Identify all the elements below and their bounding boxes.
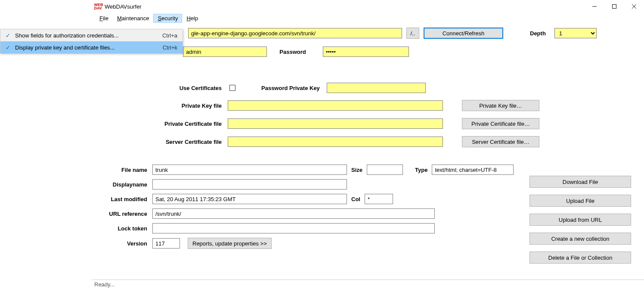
- check-icon: ✓: [0, 44, 15, 51]
- displayname-label: Displayname: [99, 181, 152, 188]
- password-private-key-input[interactable]: [327, 83, 426, 93]
- delete-file-button[interactable]: Delete a File or Collection: [529, 252, 631, 264]
- displayname-input[interactable]: [152, 179, 347, 190]
- type-input[interactable]: [432, 165, 514, 175]
- password-label: Password: [273, 49, 313, 55]
- status-text: Ready...: [94, 281, 115, 288]
- reports-button[interactable]: Reports, update properties >>: [188, 238, 272, 249]
- menu-security[interactable]: Security: [153, 14, 182, 23]
- last-modified-label: Last modified: [99, 196, 152, 202]
- depth-label: Depth: [530, 30, 550, 37]
- private-key-file-input[interactable]: [228, 100, 443, 111]
- server-certificate-file-input[interactable]: [228, 137, 443, 147]
- private-certificate-file-button[interactable]: Private Certificate file…: [462, 118, 539, 129]
- url-reference-input[interactable]: [152, 208, 435, 219]
- server-certificate-file-label: Server Certificate file: [99, 139, 228, 145]
- use-certificates-label: Use Certificates: [99, 85, 228, 91]
- depth-select[interactable]: 1: [554, 28, 597, 38]
- close-button[interactable]: [624, 0, 644, 13]
- svg-rect-1: [613, 5, 616, 9]
- server-certificate-file-button[interactable]: Server Certificate file…: [462, 136, 539, 147]
- private-key-file-button[interactable]: Private Key file…: [462, 100, 539, 111]
- menu-bar: File Maintenance Security Help: [92, 13, 644, 23]
- file-name-label: File name: [99, 167, 152, 173]
- lock-token-label: Lock token: [99, 225, 152, 232]
- window-title: WebDAVsurfer: [105, 3, 142, 10]
- connect-refresh-button[interactable]: Connect/Refresh: [424, 28, 503, 39]
- last-modified-input[interactable]: [152, 194, 347, 204]
- password-private-key-label: Password Private Key: [261, 85, 320, 91]
- file-name-input[interactable]: [152, 165, 347, 175]
- url-reference-label: URL reference: [99, 211, 152, 217]
- create-collection-button[interactable]: Create a new collection: [529, 233, 631, 245]
- upload-file-button[interactable]: Upload File: [529, 195, 631, 207]
- menu-item-display-keys[interactable]: ✓ Display private key and certificate fi…: [0, 41, 183, 53]
- password-input[interactable]: [323, 47, 409, 57]
- private-certificate-file-label: Private Certificate file: [99, 121, 228, 127]
- upload-from-url-button[interactable]: Upload from URL: [529, 214, 631, 226]
- version-input[interactable]: [152, 238, 180, 249]
- app-logo-icon: WEBDAV: [95, 3, 102, 10]
- maximize-button[interactable]: [604, 0, 624, 13]
- size-label: Size: [347, 167, 367, 173]
- security-dropdown: ✓ Show fields for authorization credenti…: [0, 29, 183, 54]
- menu-maintenance[interactable]: Maintenance: [113, 14, 153, 23]
- use-certificates-checkbox[interactable]: [229, 85, 235, 91]
- title-bar: WEBDAV WebDAVsurfer: [92, 0, 644, 13]
- userid-input[interactable]: [183, 47, 267, 57]
- menu-file[interactable]: File: [95, 14, 113, 23]
- version-label: Version: [99, 240, 152, 247]
- size-input[interactable]: [367, 165, 403, 175]
- minimize-button[interactable]: [585, 0, 604, 13]
- type-label: Type: [403, 167, 432, 173]
- col-label: Col: [347, 196, 365, 202]
- check-icon: ✓: [0, 32, 15, 39]
- private-key-file-label: Private Key file: [99, 103, 228, 109]
- status-bar: Ready...: [92, 280, 644, 289]
- lock-token-input[interactable]: [152, 223, 435, 233]
- col-input[interactable]: [365, 194, 393, 204]
- up-dir-button[interactable]: /..: [406, 28, 419, 39]
- menu-item-show-fields[interactable]: ✓ Show fields for authorization credenti…: [0, 29, 183, 41]
- url-input[interactable]: [188, 28, 402, 38]
- download-file-button[interactable]: Download File: [529, 176, 631, 188]
- private-certificate-file-input[interactable]: [228, 118, 443, 129]
- menu-help[interactable]: Help: [182, 14, 202, 23]
